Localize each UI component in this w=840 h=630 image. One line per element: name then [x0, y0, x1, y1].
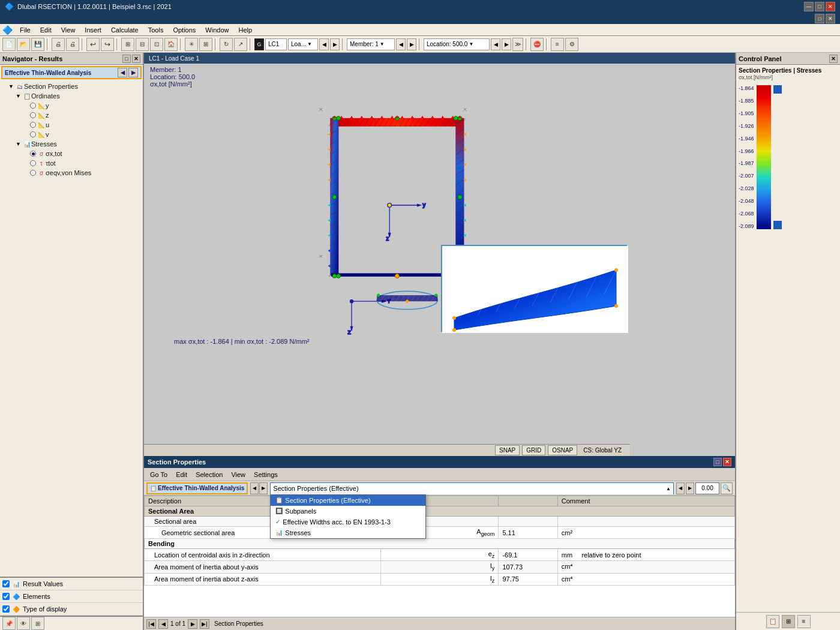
cp-tb1[interactable]: 📋 — [766, 615, 779, 628]
lc-combo[interactable]: LC1 — [265, 38, 287, 50]
lc-prev-btn[interactable]: ◀ — [319, 38, 329, 50]
undo-btn[interactable]: ↩ — [86, 38, 100, 51]
nav-close-btn[interactable]: ✕ — [132, 55, 140, 63]
menu-window[interactable]: Window — [200, 25, 233, 35]
sp-list-prev[interactable]: ◀ — [676, 482, 685, 494]
menu-insert[interactable]: Insert — [80, 25, 106, 35]
elements-check[interactable] — [2, 593, 10, 600]
float-btn[interactable]: □ — [815, 14, 824, 23]
tree-z[interactable]: 📐 z — [1, 110, 142, 120]
elements-item[interactable]: 🔷 Elements — [0, 590, 143, 603]
tree-v[interactable]: 📐 v — [1, 130, 142, 139]
sp-main-combo[interactable]: Section Properties (Effective) ▲ — [270, 482, 674, 494]
nav-tb3[interactable]: ⊞ — [31, 617, 44, 630]
nav-tb1[interactable]: 📌 — [2, 617, 16, 630]
nav-tb2[interactable]: 👁 — [17, 617, 30, 630]
sp-expand-btn[interactable]: □ — [713, 458, 722, 466]
snap-btn[interactable]: ✳ — [185, 38, 198, 51]
result-values-check[interactable] — [2, 580, 10, 587]
nav-dd-prev[interactable]: ◀ — [118, 68, 127, 77]
print2-btn[interactable]: 🖨 — [66, 38, 79, 51]
extra-btn1[interactable]: ≡ — [551, 38, 564, 51]
maximize-btn[interactable]: □ — [815, 2, 824, 11]
loc-extra-btn[interactable]: ≫ — [512, 38, 523, 51]
menu-view[interactable]: View — [56, 25, 80, 35]
print-btn[interactable]: 🖨 — [52, 38, 65, 51]
menu-file[interactable]: File — [15, 25, 35, 35]
member-prev-btn[interactable]: ◀ — [396, 38, 406, 50]
sp-selection-btn[interactable]: Selection — [192, 470, 226, 479]
page-prev-btn[interactable]: ◀ — [158, 619, 168, 629]
sp-header: Section Properties □ ✕ — [144, 456, 735, 468]
member-next-btn[interactable]: ▶ — [407, 38, 416, 50]
view1-btn[interactable]: ⊞ — [121, 38, 134, 51]
cp-tb3[interactable]: ≡ — [797, 615, 811, 628]
sp-analysis-combo[interactable]: 📋 Effective Thin-Walled Analysis — [146, 482, 248, 494]
app-title: Dlubal RSECTION | 1.02.0011 | Beispiel 3… — [17, 3, 172, 10]
dd-item-effective[interactable]: 📋 Section Properties (Effective) — [271, 495, 425, 506]
lc-next-btn[interactable]: ▶ — [330, 38, 340, 50]
menu-edit[interactable]: Edit — [35, 25, 56, 35]
sp-close-btn[interactable]: ✕ — [723, 458, 731, 466]
type-display-check[interactable] — [2, 605, 10, 613]
menu-options[interactable]: Options — [168, 25, 200, 35]
sp-list-next[interactable]: ▶ — [686, 482, 694, 494]
redo-btn[interactable]: ↪ — [101, 38, 114, 51]
member-combo[interactable]: Member: 1 ▼ — [347, 38, 395, 50]
sp-view-btn[interactable]: View — [227, 470, 249, 479]
dd-item-widths[interactable]: ✓ Effective Widths acc. to EN 1993-1-3 — [271, 517, 425, 527]
view2-btn[interactable]: ⊟ — [136, 38, 149, 51]
loc-prev-btn[interactable]: ◀ — [491, 38, 500, 50]
tree-tau-tot[interactable]: τ τtot — [1, 158, 142, 168]
sp-edit-btn[interactable]: Edit — [172, 470, 191, 479]
osnap-btn[interactable]: OSNAP — [548, 445, 577, 455]
menu-calculate[interactable]: Calculate — [106, 25, 143, 35]
cp-tb2[interactable]: ⊞ — [782, 615, 795, 628]
nav-dd-next[interactable]: ▶ — [128, 68, 138, 77]
location-combo[interactable]: Location: 500.0 ▼ — [424, 38, 490, 50]
new-btn[interactable]: 📄 — [2, 38, 16, 51]
save-btn[interactable]: 💾 — [31, 38, 44, 51]
snap-btn[interactable]: SNAP — [495, 445, 520, 455]
tree-ordinates[interactable]: ▼ 📋 Ordinates — [1, 91, 142, 101]
select-btn[interactable]: ↗ — [234, 38, 247, 51]
dd-item-subpanels[interactable]: 🔲 Subpanels — [271, 506, 425, 517]
sub-close-btn[interactable]: ✕ — [826, 14, 835, 23]
open-btn[interactable]: 📂 — [17, 38, 30, 51]
rotate-btn[interactable]: ↻ — [220, 38, 233, 51]
load-combo[interactable]: Loa... ▼ — [288, 38, 318, 50]
minimize-btn[interactable]: — — [804, 2, 814, 11]
sp-search-btn[interactable]: 🔍 — [721, 482, 733, 494]
sp-prev-btn[interactable]: ◀ — [250, 482, 259, 494]
sp-settings-btn[interactable]: Settings — [250, 470, 281, 479]
nav-float-btn[interactable]: □ — [122, 55, 131, 63]
tree-sigma-x-tot[interactable]: σ σx,tot — [1, 149, 142, 158]
result-values-item[interactable]: 📊 Result Values — [0, 578, 143, 590]
tree-y[interactable]: 📐 y — [1, 101, 142, 110]
tree-stresses[interactable]: ▼ 📊 Stresses — [1, 139, 142, 149]
view3-btn[interactable]: ⊡ — [150, 38, 163, 51]
cp-close-btn[interactable]: ✕ — [829, 55, 838, 63]
legend-val-5: -1.966 — [739, 148, 754, 154]
grid-btn-status[interactable]: GRID — [522, 445, 545, 455]
menu-help[interactable]: Help — [233, 25, 257, 35]
page-last-btn[interactable]: ▶| — [200, 619, 209, 629]
grid-btn[interactable]: ⊞ — [199, 38, 212, 51]
tree-section-properties[interactable]: ▼ 🗂 Section Properties — [1, 82, 142, 91]
tree-u[interactable]: 📐 u — [1, 120, 142, 130]
filter-btn[interactable]: ⛔ — [530, 38, 544, 51]
dd-item-stresses[interactable]: 📊 Stresses — [271, 527, 425, 538]
loc-next-btn[interactable]: ▶ — [502, 38, 511, 50]
page-first-btn[interactable]: |◀ — [146, 619, 156, 629]
close-btn[interactable]: ✕ — [826, 2, 835, 11]
tree-sigma-eqv[interactable]: σ σeqv,von Mises — [1, 168, 142, 178]
nav-analysis-dropdown[interactable]: Effective Thin-Walled Analysis ◀ ▶ — [1, 66, 142, 79]
extra-btn2[interactable]: ⚙ — [565, 38, 578, 51]
type-display-item[interactable]: 🔶 Type of display — [0, 603, 143, 616]
sp-table[interactable]: Description Comment Sectional Area — [144, 496, 735, 617]
goto-btn[interactable]: Go To — [146, 470, 171, 479]
view4-btn[interactable]: 🏠 — [164, 38, 178, 51]
menu-tools[interactable]: Tools — [143, 25, 169, 35]
page-next-btn[interactable]: ▶ — [188, 619, 197, 629]
sp-next-btn[interactable]: ▶ — [259, 482, 268, 494]
